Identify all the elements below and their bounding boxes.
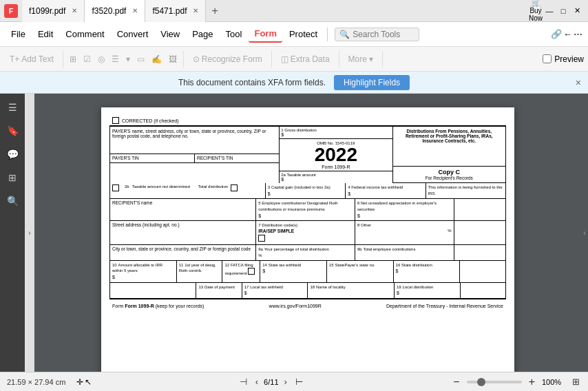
local-dist-cell: 19 Local distribution $ bbox=[395, 283, 461, 298]
total-dist-checkbox[interactable] bbox=[231, 184, 238, 191]
search-input[interactable] bbox=[353, 30, 414, 39]
dropdown-button[interactable]: ▾ bbox=[123, 50, 133, 69]
zoom-out-button[interactable]: − bbox=[450, 374, 462, 390]
zoom-slider[interactable] bbox=[467, 381, 522, 383]
omb-cell: OMB No. 1545-0119 2022 Form 1099-R bbox=[280, 139, 392, 171]
payers-tin-cell: PAYER'S TIN bbox=[110, 154, 195, 162]
copy-label-cell: Copy C For Recipient's Records bbox=[393, 167, 505, 183]
zoom-in-button[interactable]: + bbox=[526, 374, 538, 390]
corrected-checkbox[interactable] bbox=[112, 117, 119, 124]
federal-tax-cell: 4 Federal income tax withheld $ bbox=[346, 183, 426, 198]
add-text-button[interactable]: T+ Add Text bbox=[4, 50, 59, 69]
highlight-fields-button[interactable]: Highlight Fields bbox=[334, 75, 410, 90]
state-dist-cell: 16 State distribution $ bbox=[394, 261, 461, 282]
empty-right-2 bbox=[461, 283, 505, 298]
close-button[interactable]: ✕ bbox=[571, 6, 582, 17]
app-icon: F bbox=[4, 4, 18, 18]
checkbox-button[interactable]: ☑ bbox=[81, 50, 94, 69]
street-row: Street address (including apt. no.) 7 Di… bbox=[110, 221, 505, 245]
tab-1-close[interactable]: ✕ bbox=[72, 7, 77, 14]
new-tab-button[interactable]: + bbox=[206, 5, 223, 17]
menu-file[interactable]: File bbox=[6, 26, 31, 42]
tab-3-close[interactable]: ✕ bbox=[193, 7, 198, 14]
menu-edit[interactable]: Edit bbox=[32, 26, 59, 42]
sidebar-search-icon[interactable]: 🔍 bbox=[1, 190, 23, 212]
tab-2[interactable]: f3520.pdf ✕ bbox=[85, 0, 145, 22]
menu-comment[interactable]: Comment bbox=[60, 26, 109, 42]
menu-convert[interactable]: Convert bbox=[112, 26, 154, 42]
fit-page-icon[interactable]: ⊞ bbox=[571, 375, 581, 388]
preview-area: Preview bbox=[543, 54, 584, 64]
data-icon: ◫ bbox=[281, 54, 288, 64]
pointer-icon[interactable]: ↖ bbox=[85, 377, 92, 387]
tab-3-label: f5471.pdf bbox=[152, 6, 187, 16]
empty-cell-1 bbox=[454, 199, 505, 220]
recipient-name-row: RECIPIENT'S name 5 Employee contribution… bbox=[110, 199, 505, 221]
tab-1[interactable]: f1099r.pdf ✕ bbox=[22, 0, 85, 22]
ribbon-sep-2 bbox=[183, 51, 184, 67]
copy-label: Copy C bbox=[395, 169, 503, 176]
right-info-section: Distributions From Pensions, Annuities, … bbox=[393, 127, 505, 183]
left-sidebar: ☰ 🔖 💬 ⊞ 🔍 bbox=[0, 94, 25, 372]
tab-3[interactable]: f5471.pdf ✕ bbox=[145, 0, 206, 22]
list-button[interactable]: ☰ bbox=[109, 50, 122, 69]
taxable-not-det-checkbox[interactable] bbox=[112, 184, 119, 191]
first-page-button[interactable]: ⊣ bbox=[237, 375, 250, 388]
main-layout: ☰ 🔖 💬 ⊞ 🔍 › CORRECTED (if checked) PAYER… bbox=[0, 94, 588, 372]
back-icon[interactable]: ← bbox=[563, 29, 572, 39]
extra-data-button[interactable]: ◫ Extra Data bbox=[275, 50, 335, 69]
state-tax-cell: 14 State tax withheld $ bbox=[260, 261, 327, 282]
btn-button[interactable]: ▭ bbox=[134, 50, 147, 69]
header-section: PAYER'S name, street address, city or to… bbox=[110, 127, 505, 183]
prev-page-button[interactable]: ‹ bbox=[253, 375, 261, 388]
radio-button[interactable]: ◎ bbox=[95, 50, 107, 69]
total-emp-cell: 9b Total employee contributions bbox=[355, 245, 454, 260]
menu-protect[interactable]: Protect bbox=[284, 26, 323, 42]
menu-dots-icon[interactable]: ⋯ bbox=[574, 29, 582, 39]
next-page-button[interactable]: › bbox=[282, 375, 290, 388]
sign-button[interactable]: ✍ bbox=[149, 50, 165, 69]
left-panel-collapse[interactable]: › bbox=[25, 94, 34, 372]
sidebar-pages-icon[interactable]: ⊞ bbox=[1, 167, 23, 189]
dist-code-checkbox[interactable] bbox=[258, 235, 265, 242]
sidebar-thumbnail-icon[interactable]: ☰ bbox=[1, 96, 23, 118]
maximize-button[interactable]: □ bbox=[558, 6, 569, 17]
recognize-form-button[interactable]: ⊙ Recognize Form bbox=[187, 50, 268, 69]
buy-now-button[interactable]: 🛒 Buy Now bbox=[530, 6, 541, 17]
last-page-button[interactable]: ⊢ bbox=[293, 375, 306, 388]
window-extra: 🔗 ← ⋯ bbox=[551, 29, 582, 39]
fatca-checkbox[interactable] bbox=[248, 268, 255, 275]
more-button[interactable]: More ▾ bbox=[343, 50, 379, 69]
form-title-cell: Distributions From Pensions, Annuities, … bbox=[393, 127, 505, 167]
gross-dist-cell: 1 Gross distribution $ bbox=[280, 127, 392, 139]
xfa-close-button[interactable]: × bbox=[576, 77, 581, 88]
image-button[interactable]: 🖼 bbox=[166, 50, 180, 69]
menu-view[interactable]: View bbox=[155, 26, 185, 42]
menu-page[interactable]: Page bbox=[187, 26, 218, 42]
acct-num-cell bbox=[110, 283, 196, 298]
tin-row: PAYER'S TIN RECIPIENT'S TIN bbox=[110, 154, 279, 163]
tab-2-close[interactable]: ✕ bbox=[132, 7, 138, 14]
ribbon-sep-4 bbox=[339, 51, 339, 67]
zoom-slider-container bbox=[467, 381, 522, 383]
preview-checkbox[interactable] bbox=[543, 54, 552, 63]
menu-tool[interactable]: Tool bbox=[220, 26, 248, 42]
pdf-page: CORRECTED (if checked) PAYER'S name, str… bbox=[101, 107, 514, 372]
document-area: CORRECTED (if checked) PAYER'S name, str… bbox=[34, 94, 581, 372]
right-panel-handle[interactable]: ‹ bbox=[581, 94, 588, 372]
select-button[interactable]: ⊞ bbox=[67, 50, 79, 69]
menu-form[interactable]: Form bbox=[249, 25, 282, 43]
external-link-icon[interactable]: 🔗 bbox=[551, 29, 562, 39]
xfa-bar: This document contains XFA form fields. … bbox=[0, 72, 588, 94]
form-footer: Form Form 1099-R (keep for your records)… bbox=[109, 302, 506, 310]
recipients-tin-cell: RECIPIENT'S TIN bbox=[195, 154, 279, 162]
cursor-icon[interactable]: ✛ bbox=[76, 377, 83, 387]
sidebar-bookmark-icon[interactable]: 🔖 bbox=[1, 120, 23, 142]
state-row: 10 Amount allocable to IRR within 5 year… bbox=[110, 261, 505, 283]
info-text-cell: This information is being furnished to t… bbox=[426, 183, 505, 198]
other-cell: 8 Other % bbox=[355, 221, 454, 244]
footer-dept: Department of the Treasury - Internal Re… bbox=[386, 304, 503, 308]
sidebar-comment-icon[interactable]: 💬 bbox=[1, 143, 23, 165]
minimize-button[interactable]: — bbox=[544, 6, 555, 17]
search-bar[interactable]: 🔍 bbox=[335, 28, 419, 41]
